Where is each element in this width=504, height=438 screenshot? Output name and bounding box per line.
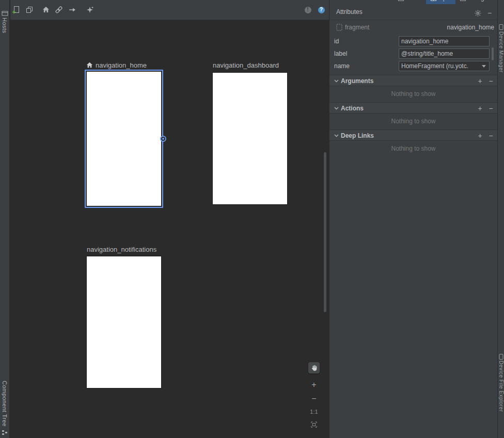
navigation-graph-canvas[interactable]: navigation_home navigation_dashboard nav…	[10, 20, 329, 438]
home-icon	[86, 62, 93, 68]
device-file-explorer-icon	[499, 354, 503, 360]
gear-icon[interactable]	[474, 9, 482, 17]
fragment-label-dashboard[interactable]: navigation_dashboard	[213, 61, 279, 69]
chevron-down-icon	[334, 79, 339, 83]
hosts-tool-button[interactable]: Hosts	[2, 18, 8, 34]
fragment-preview	[87, 72, 161, 206]
zoom-ratio-button[interactable]: 1:1	[308, 408, 320, 415]
canvas-vertical-scrollbar[interactable]	[324, 152, 326, 312]
attributes-panel: Attributes − fragment navigation_home id…	[329, 0, 497, 438]
new-destination-button[interactable]	[11, 5, 21, 15]
chevron-down-icon	[334, 107, 339, 110]
pan-button[interactable]	[308, 362, 320, 374]
auto-arrange-button[interactable]	[85, 5, 95, 15]
home-button[interactable]	[41, 5, 51, 15]
element-type-label: fragment	[345, 24, 369, 31]
remove-argument-button[interactable]: −	[487, 76, 495, 86]
id-field-label: id	[334, 38, 339, 45]
attributes-scrollbar[interactable]	[492, 47, 494, 60]
device-manager-icon	[499, 24, 503, 30]
hand-icon	[310, 364, 318, 371]
fragment-card-notifications[interactable]	[87, 256, 161, 388]
navigation-editor-toolbar: ! ?	[10, 0, 329, 20]
add-deep-link-button[interactable]: +	[476, 131, 484, 140]
action-arrow-button[interactable]	[67, 5, 77, 15]
fragment-card-home[interactable]	[85, 70, 163, 208]
tab-code[interactable]: Code	[393, 0, 426, 4]
label-field-label: label	[334, 50, 347, 57]
hide-panel-icon[interactable]: −	[485, 9, 494, 17]
actions-empty-text: Nothing to show	[329, 118, 497, 125]
device-manager-tool-button[interactable]: Device Manager	[498, 31, 504, 73]
id-field-input[interactable]	[399, 36, 490, 46]
nested-graph-button[interactable]	[24, 5, 35, 15]
component-tree-icon	[2, 430, 8, 435]
section-title: Actions	[341, 105, 364, 112]
attributes-panel-title: Attributes	[336, 8, 363, 15]
remove-action-button[interactable]: −	[487, 104, 495, 113]
component-tree-tool-button[interactable]: Component Tree	[2, 381, 8, 427]
deep-link-button[interactable]	[54, 5, 64, 15]
chevron-down-icon	[334, 134, 339, 137]
section-header-actions[interactable]: Actions + −	[329, 102, 497, 113]
section-header-arguments[interactable]: Arguments + −	[329, 75, 497, 86]
zoom-to-fit-button[interactable]	[308, 420, 320, 429]
tab-label: Split	[439, 0, 451, 2]
section-title: Deep Links	[341, 132, 374, 139]
section-title: Arguments	[341, 77, 373, 85]
fragment-label-notifications[interactable]: navigation_notifications	[87, 245, 156, 253]
fit-screen-icon	[310, 421, 318, 428]
tab-label: Code	[406, 0, 421, 2]
section-header-deep-links[interactable]: Deep Links + −	[329, 129, 497, 141]
fragment-label-home[interactable]: navigation_home	[86, 61, 147, 69]
element-id-value: navigation_home	[447, 24, 494, 31]
add-argument-button[interactable]: +	[476, 76, 484, 86]
fragment-label-text: navigation_dashboard	[213, 61, 279, 69]
tab-label: Design	[468, 0, 487, 2]
errors-indicator-icon[interactable]: !	[303, 5, 313, 15]
help-button[interactable]: ?	[316, 5, 326, 15]
zoom-out-button[interactable]: −	[308, 395, 320, 403]
chevron-down-icon	[481, 65, 487, 68]
zoom-in-button[interactable]: +	[308, 381, 320, 389]
tab-design[interactable]: Design	[455, 0, 492, 4]
hosts-icon	[2, 10, 8, 17]
name-field-label: name	[334, 62, 350, 70]
tab-split[interactable]: Split	[426, 0, 455, 4]
deep-links-empty-text: Nothing to show	[329, 145, 497, 152]
add-action-button[interactable]: +	[476, 104, 484, 113]
name-field-dropdown[interactable]: HomeFragment (ru.yotc.	[399, 61, 490, 71]
label-field-input[interactable]	[399, 48, 490, 59]
arguments-empty-text: Nothing to show	[329, 90, 497, 98]
remove-deep-link-button[interactable]: −	[487, 131, 495, 140]
name-field-value: HomeFragment (ru.yotc.	[401, 62, 481, 70]
selected-element-row: fragment navigation_home	[329, 22, 497, 33]
fragment-label-text: navigation_home	[96, 61, 147, 69]
fragment-card-dashboard[interactable]	[213, 73, 287, 204]
device-file-explorer-tool-button[interactable]: Device File Explorer	[498, 361, 504, 412]
action-connection-handle[interactable]	[160, 136, 166, 142]
right-tool-strip: Device Manager Device File Explorer	[497, 0, 504, 438]
editor-mode-tabs: Code Split Design	[393, 0, 497, 4]
fragment-label-text: navigation_notifications	[87, 246, 156, 253]
left-tool-strip: Hosts Component Tree	[0, 0, 10, 438]
fragment-type-icon	[336, 24, 342, 31]
